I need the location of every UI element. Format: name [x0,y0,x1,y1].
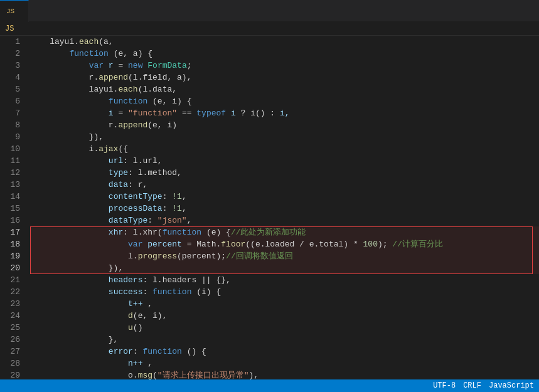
token: , [182,192,187,201]
token: function [109,97,147,106]
code-line: var r = new FormData; [30,60,539,72]
token: l. [30,252,138,261]
line-number: 29 [5,369,20,379]
token: }), [30,263,123,273]
code-line: dataType: "json", [30,215,539,226]
token: "json" [157,216,187,225]
token: typeof [196,109,226,118]
token: u [128,323,133,332]
line-number: 8 [5,119,20,131]
breadcrumb-bar: JS [0,22,539,36]
line-number: 1 [5,36,20,48]
token: msg [138,371,152,379]
token: i [30,109,118,118]
token: (e, i) [147,120,177,130]
code-line: }), [30,131,539,143]
token [30,275,109,285]
line-number: 19 [5,250,20,262]
code-line: n++ , [30,358,539,369]
line-number: 11 [5,155,20,167]
code-line: r.append(e, i) [30,119,539,131]
token: FormData [147,61,186,70]
status-item-language: JavaScript [489,381,534,390]
code-line: error: function () { [30,346,539,358]
status-bar: UTF-8 CRLF JavaScript [0,379,539,392]
token: : l.headers [142,275,201,285]
token: , [142,299,152,309]
token: i, [275,109,289,118]
token: append [99,73,128,82]
code-line: data: r, [30,179,539,191]
token: layui. [30,37,79,46]
token: n++ [30,359,142,368]
token [30,97,109,106]
line-number: 21 [5,274,20,286]
token: each [79,37,99,46]
token: t++ [30,299,142,309]
token: () { [182,347,206,356]
token: {}, [211,275,231,285]
token: function [142,347,181,356]
token: (percent); [177,252,226,261]
token: (i) { [191,287,221,297]
token: () [133,323,143,332]
code-line: l.progress(percent);//回调将数值返回 [30,250,539,262]
token: r [104,61,118,70]
token: error [109,347,133,356]
token [30,49,69,58]
code-area[interactable]: layui.each(a, function (e, a) { var r = … [25,36,539,379]
code-line: layui.each(l.data, [30,83,539,95]
line-number: 23 [5,298,20,310]
token: : [142,287,152,297]
code-line: i.ajax({ [30,143,539,155]
token: function [163,228,201,237]
token: || [201,275,211,285]
token: (l.data, [138,85,177,94]
code-line: o.msg("请求上传接口出现异常"), [30,369,539,379]
token [30,240,128,249]
token: ((e.loaded / e.total) * [245,240,363,249]
line-number: 6 [5,95,20,107]
token: processData [109,204,163,213]
code-line: u() [30,322,539,334]
token: dataType [109,216,147,225]
token: , [187,216,192,225]
code-line: t++ , [30,298,539,310]
line-number: 22 [5,286,20,298]
token: (e, i) { [147,97,191,106]
code-line: type: l.method, [30,167,539,179]
code-line: contentType: !1, [30,191,539,203]
tab-bar: JS [0,0,539,22]
tab-js-icon: JS [6,8,14,15]
token [30,61,89,70]
line-number: 9 [5,131,20,143]
token: contentType [109,192,163,201]
token: ({ [118,144,128,154]
line-number: 5 [5,83,20,95]
token: append [118,120,147,130]
tab-upload-js[interactable]: JS [0,0,29,22]
line-numbers: 1234567891011121314151617181920212223242… [0,36,25,379]
status-item-eol: CRLF [463,381,481,390]
token: : [147,216,157,225]
code-line: d(e, i), [30,310,539,322]
token: //回调将数值返回 [226,252,293,261]
token: //此处为新添加功能 [231,228,306,237]
token: var [128,240,142,249]
token: floor [221,240,245,249]
token [30,192,109,201]
editor: 1234567891011121314151617181920212223242… [0,36,539,379]
token: : l.xhr( [123,228,162,237]
token: each [118,85,137,94]
token: , [142,359,152,368]
line-number: 2 [5,48,20,60]
token: (l.field, a), [128,73,191,82]
token: 100 [363,240,378,249]
token: //计算百分比 [392,240,443,249]
code-line: var percent = Math.floor((e.loaded / e.t… [30,238,539,250]
line-number: 17 [5,226,20,238]
code-line: xhr: l.xhr(function (e) {//此处为新添加功能 [30,226,539,238]
token [177,109,182,118]
token: layui. [30,85,118,94]
token: success [109,287,143,297]
